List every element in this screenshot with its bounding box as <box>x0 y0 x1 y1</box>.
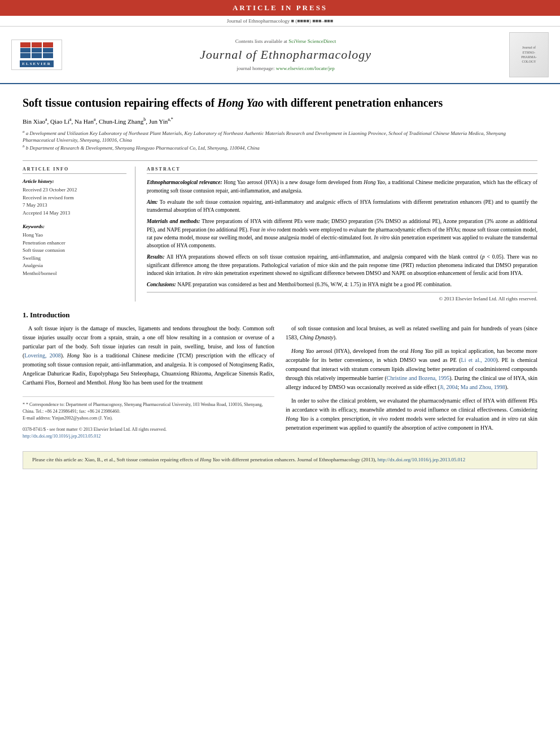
accepted-date: Accepted 14 May 2013 <box>23 209 126 217</box>
journal-header-text: Journal of Ethnopharmacology ■ (■■■■) ■■… <box>227 18 334 24</box>
abstract-results: Results: All HYA preparations showed eff… <box>147 253 537 277</box>
journal-homepage-line: journal homepage: www.elsevier.com/locat… <box>73 65 498 71</box>
intro-para-3: Hong Yao aerosol (HYA), developed from t… <box>286 347 537 392</box>
title-italic: Hong Yao <box>217 97 264 109</box>
citation-prefix: Please cite this article as: Xiao, B., e… <box>32 457 378 462</box>
sciverse-prefix: Contents lists available at <box>235 38 287 44</box>
keyword-5: Analgesia <box>23 262 126 270</box>
received-date: Received 23 October 2012 <box>23 186 126 194</box>
methods-label: Materials and methods: <box>147 219 200 224</box>
ji-link[interactable]: Ji, 2004 <box>440 384 458 390</box>
affiliations: a a Development and Utilization Key Labo… <box>23 129 537 152</box>
info-abstract-section: ARTICLE INFO Article history: Received 2… <box>23 160 537 302</box>
journal-center-header: Contents lists available at SciVerse Sci… <box>62 38 509 71</box>
footnote-email: E-mail address: Yinjun2002@yahoo.com (J.… <box>23 415 274 422</box>
abstract-column: ABSTRACT Ethnopharmacological relevance:… <box>147 167 537 302</box>
copyright-line: © 2013 Elsevier Ireland Ltd. All rights … <box>147 292 537 302</box>
abstract-conclusions: Conclusions: NAPE preparation was consid… <box>147 281 537 289</box>
affiliation-b: b Department of Research & Development, … <box>26 145 260 151</box>
relevance-label: Ethnopharmacological relevance: <box>147 180 222 185</box>
article-in-press-banner: ARTICLE IN PRESS <box>0 0 560 16</box>
main-content: Soft tissue contusion repairing effects … <box>0 84 560 480</box>
keywords-section: Keywords: Hong Yao Penetration enhancer … <box>23 224 126 277</box>
keyword-3: Soft tissue contusion <box>23 247 126 255</box>
introduction-heading: 1. Introduction <box>23 311 537 320</box>
keywords-label: Keywords: <box>23 224 126 229</box>
abstract-methods: Materials and methods: Three preparation… <box>147 217 537 250</box>
keyword-1: Hong Yao <box>23 231 126 239</box>
article-info-column: ARTICLE INFO Article history: Received 2… <box>23 167 135 302</box>
conclusions-text: NAPE preparation was considered as best … <box>177 282 452 287</box>
aim-label: Aim: <box>147 199 158 205</box>
homepage-link[interactable]: www.elsevier.com/locate/jep <box>276 65 335 71</box>
journal-header-bar: Journal of Ethnopharmacology ■ (■■■■) ■■… <box>0 16 560 27</box>
christine-link[interactable]: Christine and Bozena, 1995 <box>387 375 450 381</box>
aim-text: To evaluate the soft tissue contusion re… <box>147 199 537 213</box>
revised-label: Received in revised form <box>23 194 126 202</box>
footnote-doi-link[interactable]: http://dx.doi.org/10.1016/j.jep.2013.05.… <box>23 434 100 439</box>
banner-text: ARTICLE IN PRESS <box>233 3 327 12</box>
results-text: All HYA preparations showed effects on s… <box>147 254 537 276</box>
article-info-label: ARTICLE INFO <box>23 167 126 174</box>
affiliation-a: a Development and Utilization Key Labora… <box>23 130 506 143</box>
journal-logo-text: Journal ofETHNO-PHARMA-COLOGY <box>521 45 537 64</box>
journal-title: Journal of Ethnopharmacology <box>73 47 498 62</box>
body-left-col: A soft tissue injury is the damage of mu… <box>23 324 274 440</box>
elsevier-logo: ELSEVIER <box>11 40 62 70</box>
top-header: ELSEVIER Contents lists available at Sci… <box>0 27 560 84</box>
body-right-col: of soft tissue contusion and local bruis… <box>286 324 537 440</box>
footnote-doi: http://dx.doi.org/10.1016/j.jep.2013.05.… <box>23 433 274 440</box>
intro-para-4: In order to solve the clinical problem, … <box>286 396 537 433</box>
intro-para-2: of soft tissue contusion and local bruis… <box>286 324 537 342</box>
elsevier-label: ELSEVIER <box>20 60 53 67</box>
citation-bar: Please cite this article as: Xiao, B., e… <box>23 451 537 469</box>
li-link[interactable]: Li et al., 2000 <box>461 357 496 363</box>
intro-para-1: A soft tissue injury is the damage of mu… <box>23 324 274 387</box>
abstract-label: ABSTRACT <box>147 167 537 174</box>
abstract-aim: Aim: To evaluate the soft tissue contusi… <box>147 198 537 215</box>
footnote-correspondence: * * Correspondence to: Department of Pha… <box>23 401 274 415</box>
correspondence-text: * Correspondence to: Department of Pharm… <box>23 402 263 414</box>
footnotes: * * Correspondence to: Department of Pha… <box>23 396 274 440</box>
revised-date: 7 May 2013 <box>23 202 126 209</box>
ma-link[interactable]: Ma and Zhou, 1998 <box>461 384 505 390</box>
history-label: Article history: <box>23 178 126 184</box>
body-two-col: A soft tissue injury is the damage of mu… <box>23 324 537 440</box>
sciverse-line: Contents lists available at SciVerse Sci… <box>73 38 498 44</box>
methods-text: Three preparations of HYA with different… <box>147 219 537 248</box>
keyword-4: Swelling <box>23 255 126 263</box>
results-label: Results: <box>147 254 165 260</box>
authors-line: Bin Xiaoa, Qiao Lia, Na Hana, Chun-Ling … <box>23 117 537 125</box>
abstract-relevance: Ethnopharmacological relevance: Hong Yao… <box>147 178 537 195</box>
journal-logo-right: Journal ofETHNO-PHARMA-COLOGY <box>509 32 549 77</box>
article-title: Soft tissue contusion repairing effects … <box>23 95 537 110</box>
citation-doi-link[interactable]: http://dx.doi.org/10.1016/j.jep.2013.05.… <box>378 457 466 462</box>
homepage-label: journal homepage: <box>237 65 274 71</box>
lovering-link[interactable]: Lovering, 2008 <box>24 352 60 359</box>
sciverse-link[interactable]: SciVerse ScienceDirect <box>288 38 336 44</box>
footnote-issn: 0378-8741/$ - see front matter © 2013 El… <box>23 426 274 433</box>
keyword-6: Menthol/borneol <box>23 270 126 278</box>
conclusions-label: Conclusions: <box>147 282 176 287</box>
keyword-2: Penetration enhancer <box>23 239 126 247</box>
